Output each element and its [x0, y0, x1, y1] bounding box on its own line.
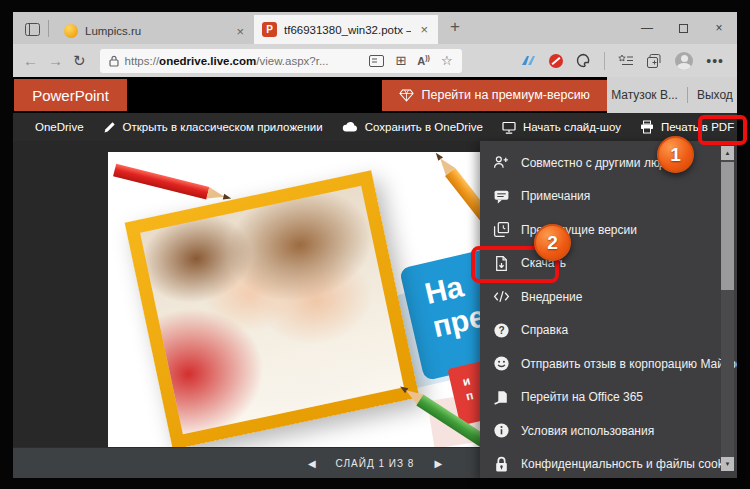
back-icon[interactable]: ←: [23, 52, 38, 69]
menu-item-comments[interactable]: Примечания: [480, 180, 737, 214]
lock-icon: [493, 456, 510, 473]
menu-scrollbar[interactable]: ▲ ▼: [721, 146, 734, 471]
lumpics-favicon-icon: [64, 24, 78, 38]
save-onedrive-button[interactable]: Сохранить в OneDrive: [342, 121, 483, 133]
children-drawing-photo: [140, 186, 404, 434]
profile-avatar[interactable]: [675, 52, 693, 70]
cloud-icon: [342, 121, 358, 133]
document-toolbar: OneDrive Открыть в классическом приложен…: [13, 113, 737, 141]
slide-counter: СЛАЙД 1 ИЗ 8: [336, 458, 415, 469]
previous-slide-button[interactable]: ◀: [308, 458, 316, 469]
comments-icon: [493, 188, 510, 205]
help-icon: ?: [493, 322, 510, 339]
account-separator: [687, 87, 688, 103]
url-scheme: https://: [125, 55, 160, 67]
forward-icon[interactable]: →: [48, 52, 63, 69]
extensions-separator: [604, 52, 605, 70]
red-pencil-graphic: [113, 163, 233, 206]
step-2-badge: 2: [534, 224, 571, 261]
url-field[interactable]: https://onedrive.live.com/view.aspx?r...…: [100, 49, 462, 73]
powerpoint-brand: PowerPoint: [14, 79, 127, 111]
menu-item-feedback[interactable]: Отправить отзыв в корпорацию Майкрософт: [480, 347, 737, 381]
menu-item-label: Внедрение: [521, 290, 582, 304]
office365-icon: [493, 389, 510, 406]
more-options-menu: Совместно с другими людьми Примечания Пр…: [480, 141, 737, 478]
close-tab-icon[interactable]: ×: [418, 22, 430, 37]
address-bar: ← → ↻ https://onedrive.live.com/view.asp…: [13, 44, 737, 77]
menu-item-office365[interactable]: Перейти на Office 365: [480, 381, 737, 415]
menu-item-label: Справка: [521, 323, 568, 337]
step-1-badge: 1: [657, 136, 694, 173]
account-name[interactable]: Матузок В...: [611, 88, 678, 102]
save-onedrive-label: Сохранить в OneDrive: [365, 121, 483, 133]
extension-icon-1[interactable]: [520, 54, 536, 67]
sign-out-link[interactable]: Выход: [697, 88, 733, 102]
scroll-down-icon[interactable]: ▼: [721, 457, 734, 471]
url-host: onedrive.live.com: [159, 55, 256, 67]
browser-menu-icon[interactable]: •••: [706, 53, 724, 69]
header-spacer: [127, 77, 382, 113]
grid-icon[interactable]: ⊞: [395, 53, 406, 68]
new-tab-button[interactable]: +: [450, 17, 460, 37]
powerpoint-favicon-icon: P: [262, 22, 277, 37]
add-favorite-star-icon[interactable]: ☆: [441, 53, 453, 68]
maximize-icon: [679, 24, 688, 33]
menu-item-privacy[interactable]: Конфиденциальность и файлы cookie: [480, 448, 737, 479]
maximize-button[interactable]: [665, 12, 701, 44]
pencil-icon: [103, 121, 116, 134]
menu-item-label: Перейти на Office 365: [521, 390, 643, 404]
favorites-bar-icon[interactable]: [618, 54, 634, 67]
go-premium-button[interactable]: Перейти на премиум-версию: [382, 80, 607, 111]
menu-item-label: Примечания: [521, 189, 590, 203]
refresh-icon[interactable]: ↻: [73, 52, 86, 70]
menu-list: Совместно с другими людьми Примечания Пр…: [480, 141, 737, 478]
read-aloud-icon[interactable]: A)): [417, 55, 430, 67]
window-controls: — ×: [629, 12, 737, 44]
menu-item-label: Условия использования: [521, 424, 654, 438]
minimize-button[interactable]: —: [629, 12, 665, 44]
tab-separator: [48, 20, 49, 37]
embed-code-icon: [493, 288, 510, 305]
url-path: /view.aspx?r...: [256, 55, 328, 67]
url-field-icons: ⊞ A)) ☆: [369, 53, 452, 68]
tab-powerpoint-active[interactable]: P tf66931380_win32.potx — Micro ×: [254, 15, 438, 44]
extension-icon-3[interactable]: [576, 53, 591, 68]
account-area: Матузок В... Выход: [607, 77, 737, 113]
previous-versions-icon: [493, 221, 510, 238]
go-premium-label: Перейти на премиум-версию: [422, 88, 590, 102]
browser-extensions-area: •••: [520, 52, 727, 70]
menu-item-label: Отправить отзыв в корпорацию Майкрософт: [521, 357, 737, 371]
menu-item-share[interactable]: Совместно с другими людьми: [480, 146, 737, 180]
next-slide-button[interactable]: ▶: [434, 458, 442, 469]
framed-photo: [125, 170, 420, 447]
tab-title: Lumpics.ru: [85, 25, 227, 37]
powerpoint-header: PowerPoint Перейти на премиум-версию Мат…: [13, 77, 737, 113]
url-text: https://onedrive.live.com/view.aspx?r...: [125, 55, 329, 67]
reading-view-icon[interactable]: [369, 55, 384, 67]
menu-item-previous-versions[interactable]: Предыдущие версии: [480, 213, 737, 247]
close-tab-icon[interactable]: ×: [234, 24, 246, 39]
share-people-icon: [493, 154, 510, 171]
set-tabs-aside-icon[interactable]: [21, 19, 43, 39]
highlight-more-options: [698, 115, 747, 145]
scroll-up-icon[interactable]: ▲: [721, 146, 734, 160]
menu-item-help[interactable]: ? Справка: [480, 314, 737, 348]
open-classic-button[interactable]: Открыть в классическом приложении: [103, 121, 323, 134]
info-icon: [493, 422, 510, 439]
close-window-button[interactable]: ×: [701, 12, 737, 44]
collections-icon[interactable]: [647, 54, 662, 68]
slideshow-screen-icon: [502, 121, 516, 134]
smiley-feedback-icon: [493, 355, 510, 372]
tab-lumpics[interactable]: Lumpics.ru ×: [56, 18, 254, 44]
menu-item-embed[interactable]: Внедрение: [480, 280, 737, 314]
tab-bar: Lumpics.ru × P tf66931380_win32.potx — M…: [13, 12, 737, 44]
scrollbar-thumb[interactable]: [721, 162, 734, 290]
menu-item-terms[interactable]: Условия использования: [480, 414, 737, 448]
start-slideshow-button[interactable]: Начать слайд-шоу: [502, 121, 621, 134]
tab-title: tf66931380_win32.potx — Micro: [284, 24, 411, 36]
svg-text:?: ?: [498, 325, 504, 336]
extension-icon-2[interactable]: [549, 54, 563, 68]
browser-window: Lumpics.ru × P tf66931380_win32.potx — M…: [13, 12, 737, 478]
screenshot-root: Lumpics.ru × P tf66931380_win32.potx — M…: [0, 0, 750, 489]
onedrive-label[interactable]: OneDrive: [35, 121, 84, 133]
